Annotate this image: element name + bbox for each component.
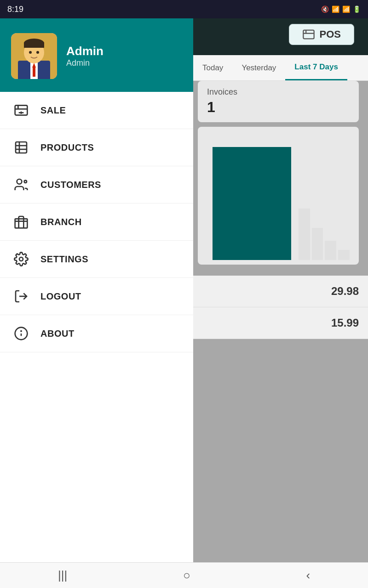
mute-icon: 🔇 bbox=[321, 6, 329, 13]
logout-icon bbox=[13, 288, 29, 305]
customers-icon bbox=[13, 176, 29, 193]
svg-point-12 bbox=[36, 51, 39, 54]
sidebar-item-settings[interactable]: SETTINGS bbox=[0, 241, 193, 278]
chart-bar-3 bbox=[312, 228, 323, 260]
chart-bar-5 bbox=[338, 250, 350, 260]
user-role: Admin bbox=[66, 58, 104, 68]
branch-label: BRANCH bbox=[40, 217, 82, 227]
battery-icon: 🔋 bbox=[353, 6, 361, 13]
sidebar-item-branch[interactable]: BRANCH bbox=[0, 204, 193, 241]
svg-point-22 bbox=[17, 179, 22, 184]
sale-icon bbox=[13, 102, 29, 119]
sidebar-item-logout[interactable]: LOGOUT bbox=[0, 278, 193, 315]
pos-button-area[interactable]: POS bbox=[289, 24, 354, 45]
user-info: Admin Admin bbox=[66, 44, 104, 68]
sidebar-header: Admin Admin bbox=[0, 18, 193, 92]
products-label: PRODUCTS bbox=[40, 142, 94, 153]
values-area: 29.98 15.99 bbox=[193, 276, 368, 339]
signal-icon: 📶 bbox=[342, 6, 350, 13]
chart-bar-2 bbox=[299, 209, 310, 260]
chart-bar-1 bbox=[213, 147, 291, 260]
sidebar-item-customers[interactable]: CUSTOMERS bbox=[0, 166, 193, 204]
svg-rect-24 bbox=[15, 219, 28, 228]
svg-point-26 bbox=[19, 257, 23, 261]
nav-home[interactable]: ○ bbox=[172, 565, 201, 586]
invoices-card: Invoices 1 bbox=[198, 81, 359, 122]
bottom-nav: ||| ○ ‹ bbox=[0, 562, 368, 588]
user-name: Admin bbox=[66, 44, 104, 58]
settings-label: SETTINGS bbox=[40, 254, 88, 265]
sale-label: SALE bbox=[40, 105, 66, 116]
chart-area bbox=[198, 127, 359, 265]
sidebar-item-products[interactable]: PRODUCTS bbox=[0, 129, 193, 166]
pos-label: POS bbox=[320, 28, 341, 40]
about-label: ABOUT bbox=[40, 328, 75, 339]
nav-recents[interactable]: ||| bbox=[47, 565, 78, 586]
status-bar: 8:19 🔇 📶 📶 🔋 bbox=[0, 0, 368, 18]
invoices-value: 1 bbox=[207, 99, 350, 116]
settings-icon bbox=[13, 251, 29, 267]
logout-label: LOGOUT bbox=[40, 291, 81, 302]
value-row-2: 15.99 bbox=[193, 307, 368, 339]
wifi-icon: 📶 bbox=[332, 6, 339, 13]
tabs-row: Today Yesterday Last 7 Days bbox=[193, 55, 368, 81]
svg-point-23 bbox=[24, 181, 27, 183]
tab-yesterday[interactable]: Yesterday bbox=[232, 55, 285, 80]
tab-last7days[interactable]: Last 7 Days bbox=[285, 55, 347, 80]
invoices-label: Invoices bbox=[207, 87, 350, 97]
sidebar: Admin Admin SALE bbox=[0, 18, 193, 562]
svg-rect-18 bbox=[16, 142, 27, 153]
customers-label: CUSTOMERS bbox=[40, 180, 101, 190]
sidebar-item-sale[interactable]: SALE bbox=[0, 92, 193, 129]
products-icon bbox=[13, 139, 29, 156]
about-icon bbox=[13, 325, 29, 342]
chart-bar-4 bbox=[325, 241, 336, 260]
status-time: 8:19 bbox=[7, 5, 23, 14]
nav-back[interactable]: ‹ bbox=[295, 565, 321, 586]
pos-button[interactable]: POS bbox=[289, 24, 354, 45]
status-icons: 🔇 📶 📶 🔋 bbox=[321, 6, 361, 13]
svg-rect-0 bbox=[303, 30, 314, 39]
branch-icon bbox=[13, 214, 29, 230]
avatar bbox=[11, 33, 57, 79]
pos-icon bbox=[302, 28, 315, 41]
value-row-1: 29.98 bbox=[193, 276, 368, 307]
menu-list: SALE PRODUCTS bbox=[0, 92, 193, 562]
tab-today[interactable]: Today bbox=[193, 55, 232, 80]
svg-rect-10 bbox=[24, 42, 44, 48]
svg-rect-7 bbox=[33, 68, 35, 77]
svg-point-11 bbox=[29, 51, 32, 54]
sidebar-item-about[interactable]: ABOUT bbox=[0, 315, 193, 352]
